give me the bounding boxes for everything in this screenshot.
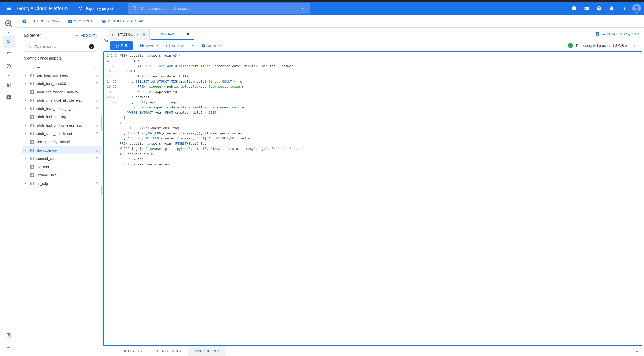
cloud-shell-icon[interactable] (581, 3, 592, 14)
tab-stackoverflow[interactable]: STACKO... ✕ (108, 29, 150, 40)
help-icon[interactable] (594, 3, 605, 14)
more-button[interactable]: MORE (201, 43, 222, 48)
svg-point-58 (31, 126, 31, 126)
expand-icon[interactable] (23, 182, 27, 185)
run-button[interactable]: RUN (110, 41, 133, 50)
svg-point-44 (31, 109, 31, 109)
explorer-search-input[interactable] (35, 45, 89, 49)
expand-icon[interactable] (23, 132, 27, 135)
rail-notes-icon[interactable] (3, 329, 15, 341)
dataset-icon (30, 148, 34, 153)
dataset-row[interactable]: stackoverflow (22, 146, 102, 154)
saved-queries-tab[interactable]: SAVED QUERIES (188, 346, 226, 356)
rail-sql-icon[interactable] (3, 36, 15, 48)
more-icon[interactable] (94, 123, 100, 127)
more-icon[interactable] (94, 115, 100, 119)
tab-unsaved[interactable]: *UNSAVE... ✕ (151, 29, 194, 40)
svg-point-93 (31, 167, 31, 168)
bigquery-icon[interactable] (4, 19, 14, 29)
rail-transfers-icon[interactable] (3, 48, 15, 60)
dataset-row[interactable]: un_sdg (22, 179, 102, 188)
svg-point-53 (97, 116, 98, 117)
svg-point-112 (113, 34, 113, 34)
rail-bi-engine-icon[interactable] (3, 91, 15, 103)
features-info-button[interactable]: FEATURES & INFO (22, 19, 59, 24)
menu-icon[interactable] (3, 2, 15, 14)
more-icon[interactable] (94, 140, 100, 144)
schedule-button[interactable]: SCHEDULE (166, 43, 194, 48)
expand-icon[interactable] (23, 174, 27, 176)
expand-up-icon[interactable] (634, 349, 644, 354)
query-history-tab[interactable]: QUERY HISTORY (149, 346, 188, 356)
expand-icon[interactable] (23, 107, 27, 110)
expand-icon[interactable] (23, 166, 27, 168)
svg-point-107 (31, 184, 31, 184)
svg-point-72 (31, 142, 31, 143)
dataset-row[interactable]: umiami_lincs (22, 171, 102, 179)
avatar[interactable] (632, 4, 641, 13)
expand-icon[interactable] (23, 74, 27, 77)
explorer-search[interactable]: ? (24, 42, 97, 52)
save-button[interactable]: SAVE (140, 43, 159, 48)
expand-icon[interactable] (23, 149, 27, 152)
chevron-down-icon[interactable] (180, 33, 184, 36)
job-history-tab[interactable]: JOB HISTORY (115, 346, 149, 356)
expand-icon[interactable] (23, 141, 27, 143)
search-dropdown-icon[interactable] (299, 7, 306, 10)
more-icon[interactable] (94, 132, 100, 136)
dataset-row[interactable]: sdoh_snap_enrollment (22, 129, 102, 138)
more-icon[interactable] (94, 98, 100, 102)
search-input[interactable] (141, 6, 299, 11)
more-icon[interactable] (94, 90, 100, 94)
disable-tabs-button[interactable]: DISABLE EDITOR TABS (101, 19, 145, 24)
rail-scheduled-icon[interactable] (3, 60, 15, 72)
sql-editor[interactable]: 1 2 3 4 5 6 7 8 9 10 11 12 13 14 15 16 1… (103, 51, 642, 346)
dataset-row[interactable]: sdoh_hrsa_shortage_areas (22, 104, 102, 113)
add-data-button[interactable]: ADD DATA (75, 33, 97, 38)
close-icon[interactable]: ✕ (186, 31, 191, 37)
search-box[interactable] (128, 3, 310, 14)
more-icon[interactable] (94, 173, 100, 177)
gift-icon[interactable] (568, 3, 579, 14)
expand-icon[interactable] (23, 82, 27, 85)
dataset-row[interactable]: san_francisco_trees (22, 71, 102, 79)
notifications-icon[interactable] (606, 3, 617, 14)
more-icon[interactable] (619, 3, 630, 14)
dataset-row[interactable]: sec_quarterly_financials (22, 138, 102, 146)
sql-code[interactable]: WITH question_answers_join AS ( SELECT *… (120, 52, 642, 345)
expand-icon[interactable] (23, 99, 27, 102)
more-icon[interactable] (94, 82, 100, 86)
dataset-row[interactable]: the_met (22, 163, 102, 171)
close-icon[interactable]: ✕ (142, 32, 146, 37)
expand-icon[interactable] (23, 124, 27, 127)
more-icon[interactable] (94, 182, 100, 186)
svg-point-23 (31, 84, 31, 84)
dataset-name: un_sdg (36, 182, 94, 186)
compose-query-button[interactable]: COMPOSE NEW QUERY (595, 28, 644, 40)
gcp-logo[interactable]: Google Cloud Platform (17, 6, 68, 11)
dataset-row[interactable]: sdoh_cdc_wonder_natality (22, 88, 102, 96)
rail-expand-icon[interactable] (3, 341, 15, 353)
more-icon[interactable] (94, 73, 100, 77)
svg-point-24 (97, 82, 98, 83)
help-icon[interactable]: ? (89, 44, 94, 49)
dataset-row[interactable]: sdoh_bea_cainc30 (22, 79, 102, 88)
shortcut-button[interactable]: SHORTCUT (68, 19, 93, 24)
more-icon[interactable] (94, 165, 100, 169)
expand-icon[interactable] (23, 116, 27, 118)
dataset-row[interactable]: sdoh_cms_dual_eligible_en... (22, 96, 102, 104)
expand-icon[interactable] (23, 91, 27, 93)
svg-point-45 (97, 107, 98, 108)
expand-icon[interactable] (23, 157, 27, 160)
more-icon[interactable] (94, 148, 100, 152)
more-icon[interactable] (94, 107, 100, 111)
query-toolbar: RUN SAVE SCHEDULE MORE (102, 40, 644, 51)
chevron-down-icon[interactable] (136, 33, 140, 36)
project-selector[interactable]: Bigquery project (75, 4, 121, 13)
dataset-row[interactable]: sdoh_hud_pit_homelessness (22, 121, 102, 129)
svg-point-4 (635, 6, 638, 9)
more-icon[interactable] (94, 157, 100, 161)
rail-reservations-icon[interactable] (3, 79, 15, 91)
dataset-row[interactable]: sunroof_solar (22, 154, 102, 163)
dataset-row[interactable]: sdoh_hud_housing (22, 113, 102, 121)
